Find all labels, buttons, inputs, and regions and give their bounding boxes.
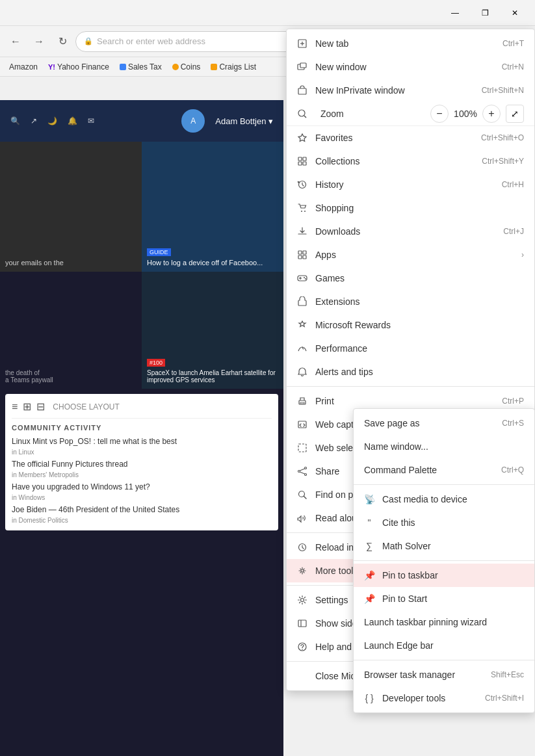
svg-rect-17 [298,255,302,259]
more-tools-submenu: Save page as Ctrl+S Name window... Comma… [353,408,535,713]
svg-rect-15 [298,251,302,254]
pin-taskbar-item[interactable]: 📌 Pin to taskbar [354,564,534,587]
performance-item[interactable]: Performance [287,337,534,360]
read-aloud-icon [297,513,307,523]
favorites-item[interactable]: Favorites Ctrl+Shift+O [287,126,534,150]
refresh-button[interactable]: ↻ [52,31,73,52]
alerts-icon [297,367,307,377]
restore-button[interactable]: ❐ [470,3,500,23]
svg-rect-26 [298,421,306,428]
svg-point-29 [305,474,307,476]
downloads-icon [297,226,307,237]
bookmark-sales-tax[interactable]: Sales Tax [116,61,166,73]
reload-ie-icon [297,542,307,553]
zoom-value: 100% [451,109,480,119]
launch-pinning-item[interactable]: Launch taskbar pinning wizard [354,610,534,634]
menu-divider-1 [287,386,534,387]
new-inprivate-item[interactable]: New InPrivate window Ctrl+Shift+N [287,79,534,102]
titlebar: — ❐ ✕ [0,0,535,26]
shopping-item[interactable]: Shopping [287,196,534,220]
ms-rewards-icon [297,320,307,330]
zoom-controls: − 100% + [430,105,501,123]
bookmark-craigs-list[interactable]: Craigs List [207,61,260,73]
extensions-item[interactable]: Extensions [287,290,534,313]
favorites-icon [297,133,307,143]
svg-point-14 [304,211,306,212]
svg-rect-11 [303,162,306,165]
apps-icon [297,250,307,260]
svg-rect-18 [303,255,306,259]
cast-media-item[interactable]: 📡 Cast media to device [354,488,534,511]
web-capture-icon [297,419,307,430]
forward-button[interactable]: → [29,31,49,52]
svg-point-6 [298,110,305,116]
svg-rect-10 [298,162,302,165]
back-button[interactable]: ← [5,31,26,52]
developer-tools-item[interactable]: { } Developer tools Ctrl+Shift+I [354,686,534,710]
print-icon [297,396,307,406]
new-window-icon [297,62,307,72]
svg-line-34 [304,497,307,499]
pin-start-icon: 📌 [364,593,374,604]
new-tab-item[interactable]: New tab Ctrl+T [287,32,534,55]
svg-point-30 [298,471,300,473]
svg-rect-27 [298,444,306,452]
svg-rect-5 [298,88,306,94]
sidebar-icon [297,618,307,629]
apps-arrow: › [521,250,524,259]
games-icon [297,273,307,283]
svg-rect-25 [300,402,304,404]
new-window-item[interactable]: New window Ctrl+N [287,55,534,79]
svg-rect-38 [298,620,306,627]
zoom-in-button[interactable]: + [482,105,501,123]
math-icon: ∑ [364,541,374,551]
name-window-item[interactable]: Name window... [354,435,534,458]
collections-item[interactable]: Collections Ctrl+Shift+Y [287,150,534,173]
zoom-control: Zoom − 100% + ⤢ [287,102,534,126]
pin-start-item[interactable]: 📌 Pin to Start [354,587,534,610]
submenu-divider-3 [354,660,534,660]
save-page-item[interactable]: Save page as Ctrl+S [354,411,534,435]
command-palette-item[interactable]: Command Palette Ctrl+Q [354,458,534,482]
games-item[interactable]: Games [287,267,534,290]
svg-point-36 [301,569,304,572]
svg-rect-4 [300,63,306,68]
launch-edge-bar-item[interactable]: Launch Edge bar [354,634,534,657]
bookmark-coins[interactable]: Coins [168,61,205,73]
alerts-item[interactable]: Alerts and tips [287,360,534,384]
minimize-button[interactable]: — [440,3,470,23]
bookmark-amazon[interactable]: Amazon [5,61,42,73]
svg-point-22 [304,277,305,278]
browser-task-manager-item[interactable]: Browser task manager Shift+Esc [354,663,534,686]
fullscreen-button[interactable]: ⤢ [506,105,524,123]
page-background: 🔍 ↗ 🌙 🔔 ✉ A Adam Bottjen ▾ your emails o… [0,100,283,756]
new-tab-icon [297,38,307,49]
submenu-divider-2 [354,560,534,561]
downloads-item[interactable]: Downloads Ctrl+J [287,220,534,243]
svg-rect-8 [298,157,302,161]
bookmark-yahoo[interactable]: Y!Yahoo Finance [44,61,113,73]
svg-point-41 [302,649,303,650]
apps-item[interactable]: Apps › [287,243,534,267]
math-solver-item[interactable]: ∑ Math Solver [354,534,534,558]
shopping-icon [297,203,307,213]
close-button[interactable]: ✕ [500,3,530,23]
ms-rewards-item[interactable]: Microsoft Rewards [287,313,534,337]
zoom-out-button[interactable]: − [430,105,449,123]
cite-this-item[interactable]: " Cite this [354,511,534,534]
share-icon [297,466,307,476]
devtools-icon: { } [364,693,374,703]
submenu-divider-1 [354,484,534,485]
settings-icon [297,595,307,605]
history-item[interactable]: History Ctrl+H [287,173,534,196]
svg-rect-9 [303,157,306,161]
cite-icon: " [364,517,374,528]
svg-point-23 [305,278,306,280]
inprivate-icon [297,85,307,96]
history-icon [297,179,307,190]
svg-rect-16 [303,251,306,254]
svg-line-31 [300,469,304,471]
svg-point-37 [301,599,304,602]
help-icon [297,642,307,652]
more-tools-icon [297,566,307,576]
